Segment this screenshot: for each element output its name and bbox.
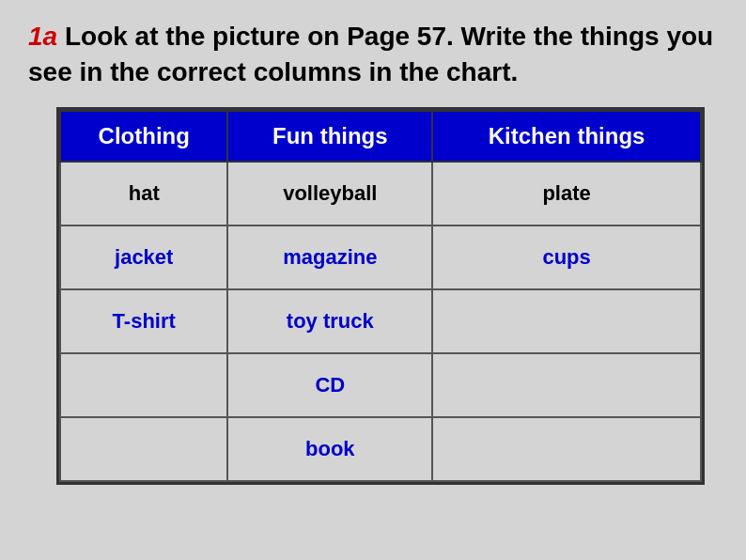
table-header-row: Clothing Fun things Kitchen things xyxy=(60,111,701,162)
cell-r0-c0: hat xyxy=(60,162,227,226)
instruction-text: 1a Look at the picture on Page 57. Write… xyxy=(28,19,718,90)
cell-r0-c1: volleyball xyxy=(227,162,432,226)
cell-r2-c2 xyxy=(432,289,701,353)
chart-table-container: Clothing Fun things Kitchen things hatvo… xyxy=(56,107,705,485)
table-row: hatvolleyballplate xyxy=(60,162,701,226)
cell-r1-c2: cups xyxy=(432,226,701,289)
header-kitchen-things: Kitchen things xyxy=(432,111,701,162)
header-fun-things: Fun things xyxy=(227,111,432,162)
cell-r1-c1: magazine xyxy=(227,226,432,289)
cell-r3-c2 xyxy=(432,353,701,417)
cell-r3-c0 xyxy=(60,353,227,417)
cell-r2-c0: T-shirt xyxy=(60,289,227,353)
header-clothing: Clothing xyxy=(60,111,227,162)
cell-r2-c1: toy truck xyxy=(227,289,432,353)
table-row: CD xyxy=(60,353,701,417)
cell-r0-c2: plate xyxy=(432,162,701,226)
exercise-number: 1a xyxy=(28,22,57,51)
table-row: jacketmagazinecups xyxy=(60,226,701,289)
cell-r4-c1: book xyxy=(227,417,432,481)
cell-r4-c2 xyxy=(432,417,701,481)
cell-r1-c0: jacket xyxy=(60,226,227,289)
chart-table: Clothing Fun things Kitchen things hatvo… xyxy=(59,110,702,482)
table-row: T-shirttoy truck xyxy=(60,289,701,353)
cell-r3-c1: CD xyxy=(227,353,432,417)
cell-r4-c0 xyxy=(60,417,227,481)
instruction-body: Look at the picture on Page 57. Write th… xyxy=(28,22,713,86)
table-row: book xyxy=(60,417,701,481)
